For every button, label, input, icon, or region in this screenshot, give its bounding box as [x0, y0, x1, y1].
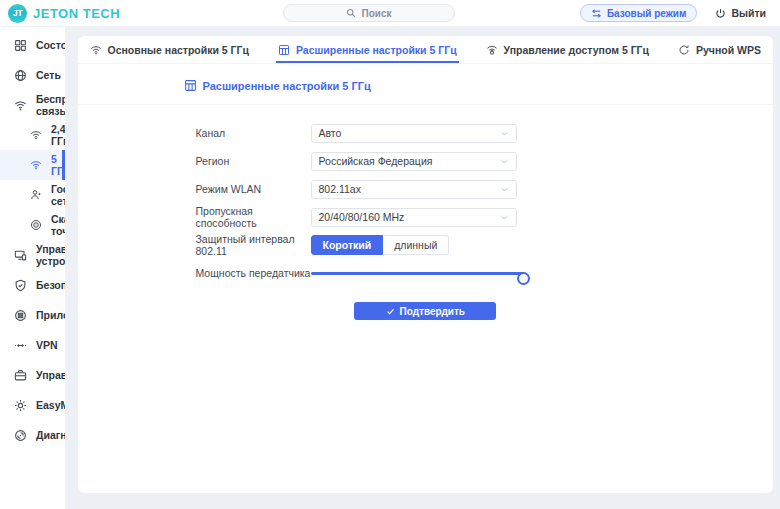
sidebar-item-label: Беспроводная связь	[36, 93, 66, 117]
access-control-icon	[486, 44, 498, 56]
chevron-down-icon	[500, 129, 509, 138]
panel-title: Расширенные настройки 5 ГГц	[184, 79, 774, 92]
management-icon	[14, 369, 27, 382]
wifi-icon	[30, 159, 42, 171]
sidebar-item-label: Сеть	[36, 69, 61, 81]
sidebar-item-label: Безопасность	[36, 279, 66, 291]
chevron-down-icon	[500, 213, 509, 222]
sidebar-item-label: Диагностика	[36, 429, 66, 441]
settings-form: Канал Авто Регион Российская Федерация Р…	[78, 119, 774, 320]
bandwidth-select[interactable]: 20/40/80/160 MHz	[311, 208, 517, 227]
wlan-mode-label: Режим WLAN	[196, 183, 311, 195]
tab-advanced-settings-5ghz[interactable]: Расширенные настройки 5 ГГц	[278, 36, 457, 63]
channel-select[interactable]: Авто	[311, 124, 517, 143]
sidebar-item-easymesh[interactable]: EasyMesh	[0, 390, 65, 420]
network-icon	[14, 69, 27, 82]
check-icon	[386, 307, 395, 316]
logo: JT JETON TECH	[8, 4, 120, 23]
basic-mode-label: Базовый режим	[607, 8, 687, 19]
sidebar-item-wireless[interactable]: Беспроводная связь	[0, 90, 65, 120]
tab-label: Основные настройки 5 ГГц	[108, 44, 249, 56]
application-icon	[14, 309, 27, 322]
channel-value: Авто	[319, 127, 342, 139]
wlan-mode-select[interactable]: 802.11ax	[311, 180, 517, 199]
region-label: Регион	[196, 155, 311, 167]
sidebar-item-label: Управление	[36, 369, 66, 381]
sidebar-item-label: EasyMesh	[36, 399, 66, 411]
vpn-icon	[14, 339, 27, 352]
tab-bar: Основные настройки 5 ГГц Расширенные нас…	[78, 36, 774, 64]
sidebar-item-network[interactable]: Сеть	[0, 60, 65, 90]
sidebar-item-ap-scan[interactable]: Сканирование точек доступа	[0, 210, 65, 240]
sidebar-item-label: VPN	[36, 339, 58, 351]
sidebar-item-label: Приложение	[36, 309, 66, 321]
top-header: JT JETON TECH Поиск Базовый режим Выйти	[0, 0, 780, 27]
wifi-icon	[14, 99, 27, 112]
sidebar: Состояние Сеть Беспроводная связь 2,4 ГГ…	[0, 27, 66, 509]
sidebar-item-application[interactable]: Приложение	[0, 300, 65, 330]
main-area: Основные настройки 5 ГГц Расширенные нас…	[66, 27, 780, 509]
logo-icon: JT	[8, 4, 27, 23]
guard-interval-label: Защитный интервал 802.11	[196, 233, 311, 257]
confirm-label: Подтвердить	[400, 306, 465, 317]
confirm-button[interactable]: Подтвердить	[354, 302, 496, 320]
channel-label: Канал	[196, 127, 311, 139]
tab-label: Ручной WPS	[696, 44, 761, 56]
wifi-icon	[90, 44, 102, 56]
easymesh-icon	[14, 399, 27, 412]
tab-basic-settings-5ghz[interactable]: Основные настройки 5 ГГц	[90, 36, 249, 63]
content-card: Основные настройки 5 ГГц Расширенные нас…	[78, 36, 774, 493]
wlan-mode-value: 802.11ax	[319, 183, 361, 195]
search-input[interactable]: Поиск	[283, 4, 455, 22]
bandwidth-label: Пропускная способность	[196, 205, 311, 229]
region-select[interactable]: Российская Федерация	[311, 152, 517, 171]
divider	[78, 104, 774, 105]
devices-icon	[14, 249, 27, 262]
sidebar-item-diagnostics[interactable]: Диагностика	[0, 420, 65, 450]
tab-label: Управление доступом 5 ГГц	[504, 44, 649, 56]
sidebar-item-label: Управление устройствами	[36, 243, 66, 267]
sidebar-item-vpn[interactable]: VPN	[0, 330, 65, 360]
sidebar-item-status[interactable]: Состояние	[0, 30, 65, 60]
guard-interval-toggle: Короткий длинный	[311, 235, 450, 255]
sidebar-item-device-management[interactable]: Управление устройствами	[0, 240, 65, 270]
wps-icon	[678, 44, 690, 56]
search-placeholder: Поиск	[361, 8, 391, 19]
bandwidth-value: 20/40/80/160 MHz	[319, 211, 405, 223]
power-icon	[715, 8, 726, 19]
tab-access-control-5ghz[interactable]: Управление доступом 5 ГГц	[486, 36, 649, 63]
sidebar-item-24ghz[interactable]: 2,4 ГГц	[0, 120, 65, 150]
transmit-power-slider[interactable]	[311, 267, 524, 280]
slider-handle[interactable]	[517, 272, 530, 285]
sidebar-item-label: Сканирование точек доступа	[51, 213, 66, 237]
sidebar-item-management[interactable]: Управление	[0, 360, 65, 390]
wifi-icon	[30, 129, 42, 141]
tab-label: Расширенные настройки 5 ГГц	[296, 44, 457, 56]
dashboard-icon	[14, 39, 27, 52]
security-icon	[14, 279, 27, 292]
scan-icon	[30, 219, 42, 231]
transmit-power-slider-fill	[311, 272, 524, 275]
logo-text: JETON TECH	[33, 6, 120, 21]
sidebar-item-label: Состояние	[36, 39, 66, 51]
sidebar-item-label: Гостевая сеть	[51, 183, 66, 207]
logout-button[interactable]: Выйти	[715, 7, 766, 19]
guard-interval-long-button[interactable]: длинный	[383, 235, 449, 255]
chevron-down-icon	[500, 157, 509, 166]
advanced-grid-icon	[184, 79, 197, 92]
logout-label: Выйти	[731, 7, 766, 19]
sidebar-item-label: 5 ГГц	[51, 153, 66, 177]
chevron-down-icon	[500, 185, 509, 194]
advanced-grid-icon	[278, 44, 290, 56]
sidebar-item-5ghz[interactable]: 5 ГГц	[0, 150, 65, 180]
transmit-power-label: Мощность передатчика	[196, 267, 311, 279]
basic-mode-button[interactable]: Базовый режим	[580, 4, 698, 22]
sidebar-item-guest-network[interactable]: Гостевая сеть	[0, 180, 65, 210]
guard-interval-short-button[interactable]: Короткий	[311, 235, 384, 255]
tab-manual-wps[interactable]: Ручной WPS	[678, 36, 761, 63]
search-icon	[346, 8, 356, 18]
sidebar-item-label: 2,4 ГГц	[51, 123, 66, 147]
diagnostics-icon	[14, 429, 27, 442]
guest-icon	[30, 189, 42, 201]
sidebar-item-security[interactable]: Безопасность	[0, 270, 65, 300]
